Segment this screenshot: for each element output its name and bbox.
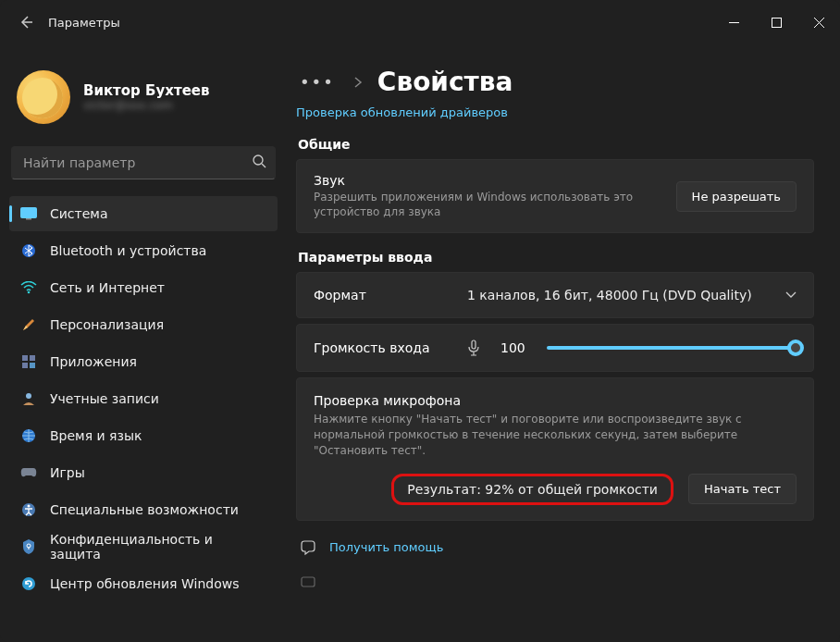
volume-value: 100 xyxy=(500,340,532,355)
svg-rect-17 xyxy=(472,340,476,349)
wifi-icon xyxy=(20,279,37,296)
nav-gaming[interactable]: Игры xyxy=(9,455,278,490)
driver-update-link[interactable]: Проверка обновлений драйверов xyxy=(296,105,508,119)
svg-point-13 xyxy=(28,505,31,508)
search-box xyxy=(11,146,276,179)
get-help-row[interactable]: Получить помощь xyxy=(296,530,814,565)
nav-label: Сеть и Интернет xyxy=(50,280,165,295)
nav-label: Игры xyxy=(50,465,85,480)
input-volume-row: Громкость входа 100 xyxy=(296,324,814,372)
volume-slider[interactable] xyxy=(547,346,797,350)
sound-permission-card: Звук Разрешить приложениям и Windows исп… xyxy=(296,159,814,233)
nav-label: Bluetooth и устройства xyxy=(50,243,206,258)
apps-icon xyxy=(20,353,37,370)
person-icon xyxy=(20,390,37,407)
svg-rect-3 xyxy=(26,218,31,220)
nav-bluetooth[interactable]: Bluetooth и устройства xyxy=(9,233,278,268)
titlebar: Параметры xyxy=(0,0,840,44)
search-icon xyxy=(252,154,266,168)
gamepad-icon xyxy=(20,464,37,481)
svg-rect-18 xyxy=(302,577,315,586)
bluetooth-icon xyxy=(20,242,37,259)
nav-label: Учетные записи xyxy=(50,391,159,406)
main-panel: ••• Свойства Проверка обновлений драйвер… xyxy=(287,44,840,642)
nav-personalization[interactable]: Персонализация xyxy=(9,307,278,342)
mic-test-card: Проверка микрофона Нажмите кнопку "Начат… xyxy=(296,377,814,520)
svg-rect-15 xyxy=(28,547,29,549)
svg-rect-8 xyxy=(22,363,28,368)
format-label: Формат xyxy=(314,288,452,302)
page-title: Свойства xyxy=(377,67,513,97)
back-button[interactable] xyxy=(11,7,41,37)
avatar xyxy=(17,70,70,124)
window-title: Параметры xyxy=(48,16,120,30)
svg-rect-2 xyxy=(21,208,37,218)
get-help-link[interactable]: Получить помощь xyxy=(329,540,443,554)
microphone-icon xyxy=(467,340,486,356)
nav-label: Система xyxy=(50,206,107,221)
user-name: Виктор Бухтеев xyxy=(83,82,210,99)
mic-test-result: Результат: 92% от общей громкости xyxy=(391,474,673,505)
search-input[interactable] xyxy=(11,146,276,179)
minimize-button[interactable] xyxy=(712,0,755,44)
nav-label: Специальные возможности xyxy=(50,502,239,517)
start-test-button[interactable]: Начать тест xyxy=(688,474,797,504)
minimize-icon xyxy=(729,18,739,28)
chevron-down-icon xyxy=(785,291,797,299)
content-area: Виктор Бухтеев victor@xxx.com Система Bl… xyxy=(0,44,840,642)
nav-system[interactable]: Система xyxy=(9,196,278,231)
nav-time-language[interactable]: Время и язык xyxy=(9,418,278,453)
help-icon xyxy=(300,539,318,556)
shield-icon xyxy=(20,538,37,555)
svg-rect-9 xyxy=(30,363,35,368)
feedback-icon xyxy=(300,574,318,591)
format-dropdown[interactable]: 1 каналов, 16 бит, 48000 Гц (DVD Quality… xyxy=(467,288,797,302)
svg-rect-0 xyxy=(772,18,781,27)
sound-card-desc: Разрешить приложениям и Windows использо… xyxy=(314,190,661,219)
nav-accounts[interactable]: Учетные записи xyxy=(9,381,278,416)
slider-thumb[interactable] xyxy=(787,340,804,356)
nav-label: Персонализация xyxy=(50,317,164,332)
mic-test-desc: Нажмите кнопку "Начать тест" и поговорит… xyxy=(314,412,797,458)
system-icon xyxy=(20,205,37,222)
nav-list: Система Bluetooth и устройства Сеть и Ин… xyxy=(9,196,278,601)
close-button[interactable] xyxy=(797,0,840,44)
accessibility-icon xyxy=(20,501,37,518)
input-volume-label: Громкость входа xyxy=(314,340,452,355)
svg-rect-6 xyxy=(22,355,28,361)
chevron-right-icon xyxy=(353,77,363,88)
arrow-left-icon xyxy=(19,15,33,30)
sidebar: Виктор Бухтеев victor@xxx.com Система Bl… xyxy=(0,44,287,642)
nav-label: Конфиденциальность и защита xyxy=(50,532,266,562)
sound-card-title: Звук xyxy=(314,173,661,188)
format-row: Формат 1 каналов, 16 бит, 48000 Гц (DVD … xyxy=(296,272,814,318)
user-email: victor@xxx.com xyxy=(83,99,210,112)
nav-label: Центр обновления Windows xyxy=(50,576,239,591)
nav-network[interactable]: Сеть и Интернет xyxy=(9,270,278,305)
svg-point-1 xyxy=(253,155,263,165)
close-icon xyxy=(814,18,824,28)
nav-privacy[interactable]: Конфиденциальность и защита xyxy=(9,529,278,564)
format-value: 1 каналов, 16 бит, 48000 Гц (DVD Quality… xyxy=(467,288,752,302)
brush-icon xyxy=(20,316,37,333)
maximize-button[interactable] xyxy=(755,0,797,44)
nav-label: Приложения xyxy=(50,354,137,369)
nav-windows-update[interactable]: Центр обновления Windows xyxy=(9,566,278,601)
app-window: Параметры Виктор Бухтеев victor@xxx.com xyxy=(0,0,840,642)
svg-point-10 xyxy=(26,393,31,399)
nav-accessibility[interactable]: Специальные возможности xyxy=(9,492,278,527)
update-icon xyxy=(20,575,37,592)
disallow-button[interactable]: Не разрешать xyxy=(676,181,797,212)
profile-block[interactable]: Виктор Бухтеев victor@xxx.com xyxy=(9,44,278,142)
section-input-heading: Параметры ввода xyxy=(298,250,814,265)
nav-apps[interactable]: Приложения xyxy=(9,344,278,379)
globe-icon xyxy=(20,427,37,444)
breadcrumb: ••• Свойства xyxy=(296,44,814,103)
feedback-row[interactable] xyxy=(296,565,814,600)
maximize-icon xyxy=(772,18,782,28)
svg-rect-7 xyxy=(30,355,35,361)
section-general-heading: Общие xyxy=(298,137,814,152)
mic-test-title: Проверка микрофона xyxy=(314,393,797,408)
breadcrumb-more-button[interactable]: ••• xyxy=(296,68,339,95)
nav-label: Время и язык xyxy=(50,428,142,443)
